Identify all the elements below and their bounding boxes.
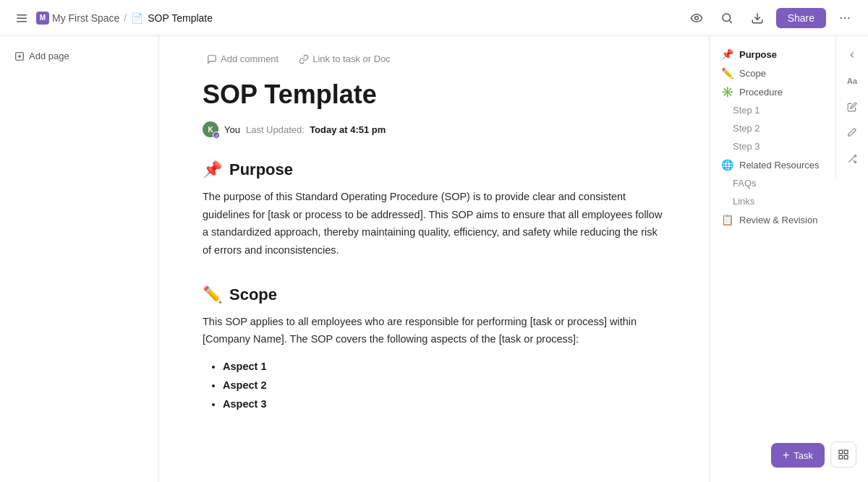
main-content: Add comment Link to task or Doc SOP Temp… [159, 36, 709, 482]
list-item: Aspect 2 [223, 376, 665, 395]
add-comment-label: Add comment [221, 53, 278, 64]
svg-rect-1 [17, 17, 27, 19]
list-item: Aspect 3 [223, 395, 665, 413]
procedure-toc-icon: ✳️ [721, 86, 733, 98]
svg-rect-0 [17, 14, 27, 16]
author-row: K ✓ You Last Updated: Today at 4:51 pm [203, 121, 665, 137]
layout: Add page Add comment Link to task or Doc… [0, 36, 868, 482]
svg-rect-18 [844, 455, 848, 459]
scope-heading: ✏️ Scope [203, 285, 665, 304]
toc-related-label: Related Resources [739, 160, 820, 171]
last-updated: Last Updated: Today at 4:51 pm [246, 124, 386, 135]
svg-rect-15 [839, 450, 843, 454]
space-name: My First Space [52, 12, 119, 24]
edit2-button[interactable] [842, 123, 862, 143]
author-badge: ✓ [213, 132, 220, 139]
share-icon-button[interactable] [842, 149, 862, 169]
avatar: K ✓ [203, 121, 218, 137]
breadcrumb-space[interactable]: M My First Space [36, 12, 119, 25]
left-sidebar: Add page [0, 36, 159, 482]
svg-point-9 [848, 17, 849, 18]
sidebar-toggle-button[interactable] [12, 8, 32, 28]
link-to-task-button[interactable]: Link to task or Doc [294, 51, 395, 67]
add-page-button[interactable]: Add page [9, 48, 150, 64]
collapse-sidebar-button[interactable] [842, 45, 862, 65]
download-button[interactable] [746, 7, 769, 30]
purpose-emoji: 📌 [203, 160, 222, 179]
svg-point-7 [841, 17, 842, 18]
toc-scope-label: Scope [739, 68, 766, 79]
toc-item-links[interactable]: Links [710, 192, 868, 210]
toc-procedure-label: Procedure [739, 87, 783, 98]
svg-point-4 [723, 14, 731, 22]
purpose-title: Purpose [229, 160, 293, 179]
related-toc-icon: 🌐 [721, 159, 733, 171]
task-fab-plus-icon: + [783, 449, 789, 462]
svg-point-8 [844, 17, 846, 18]
scope-section: ✏️ Scope This SOP applies to all employe… [203, 285, 665, 414]
topbar-right: Share [685, 7, 856, 30]
toc-links-label: Links [733, 196, 754, 207]
font-settings-button[interactable]: Aa [842, 71, 862, 91]
scope-title: Scope [229, 285, 277, 304]
space-avatar: M [36, 12, 49, 25]
purpose-section: 📌 Purpose The purpose of this Standard O… [203, 160, 665, 259]
author-name: You [224, 124, 240, 135]
grid-fab-button[interactable] [830, 442, 856, 468]
scope-emoji: ✏️ [203, 285, 222, 304]
doc-icon: 📄 [131, 12, 143, 24]
more-button[interactable] [833, 7, 856, 30]
share-button[interactable]: Share [776, 8, 826, 28]
breadcrumb-separator: / [124, 12, 127, 24]
toc-faqs-label: FAQs [733, 178, 757, 189]
toc-step2-label: Step 2 [733, 123, 760, 134]
toc-step1-label: Step 1 [733, 105, 760, 116]
svg-line-5 [729, 20, 731, 22]
toc-step3-label: Step 3 [733, 141, 760, 152]
add-page-label: Add page [29, 51, 69, 61]
scope-intro: This SOP applies to all employees who ar… [203, 313, 665, 414]
task-fab-button[interactable]: + Task [771, 443, 825, 468]
add-comment-button[interactable]: Add comment [203, 51, 283, 67]
edit-button[interactable] [842, 97, 862, 117]
toc-purpose-label: Purpose [739, 49, 777, 60]
svg-rect-16 [844, 450, 848, 454]
right-sidebar-icons: Aa [835, 36, 868, 178]
aspects-list: Aspect 1 Aspect 2 Aspect 3 [203, 357, 665, 413]
page-title: SOP Template [203, 79, 665, 110]
review-toc-icon: 📋 [721, 214, 733, 225]
right-sidebar-toc: 📌 Purpose ✏️ Scope ✳️ Procedure Step 1 S… [709, 36, 868, 482]
search-button[interactable] [715, 7, 739, 30]
purpose-body: The purpose of this Standard Operating P… [203, 188, 665, 259]
list-item: Aspect 1 [223, 357, 665, 376]
purpose-toc-icon: 📌 [721, 48, 733, 60]
toc-item-review[interactable]: 📋 Review & Revision [710, 210, 868, 229]
svg-rect-17 [839, 455, 843, 459]
breadcrumb: M My First Space / 📄 SOP Template [36, 12, 213, 25]
svg-point-3 [694, 16, 698, 20]
purpose-heading: 📌 Purpose [203, 160, 665, 179]
toolbar-row: Add comment Link to task or Doc [203, 51, 665, 67]
task-fab-label: Task [793, 450, 813, 461]
topbar-left: M My First Space / 📄 SOP Template [12, 8, 679, 28]
eye-button[interactable] [685, 7, 708, 30]
scope-toc-icon: ✏️ [721, 67, 733, 79]
link-to-task-label: Link to task or Doc [312, 53, 391, 64]
svg-rect-2 [17, 21, 27, 22]
topbar: M My First Space / 📄 SOP Template [0, 0, 868, 36]
breadcrumb-doc-name[interactable]: SOP Template [148, 12, 213, 24]
toc-review-label: Review & Revision [739, 215, 817, 225]
